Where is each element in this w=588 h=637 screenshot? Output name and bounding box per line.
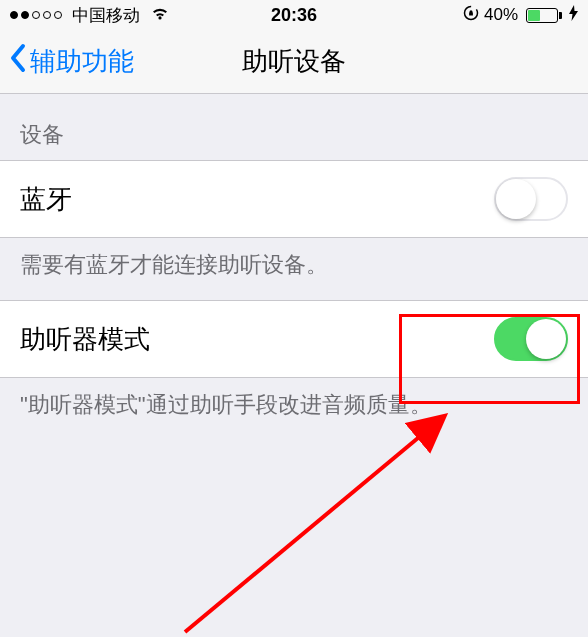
page-title: 助听设备 bbox=[242, 44, 346, 79]
back-button[interactable]: 辅助功能 bbox=[0, 43, 134, 80]
hearing-mode-label: 助听器模式 bbox=[20, 322, 150, 357]
status-left: 中国移动 bbox=[10, 4, 170, 27]
orientation-lock-icon bbox=[463, 5, 479, 26]
bluetooth-cell: 蓝牙 bbox=[0, 160, 588, 238]
bluetooth-toggle[interactable] bbox=[494, 177, 568, 221]
charging-icon bbox=[569, 5, 578, 26]
bluetooth-footer: 需要有蓝牙才能连接助听设备。 bbox=[0, 238, 588, 280]
hearing-mode-toggle[interactable] bbox=[494, 317, 568, 361]
hearing-mode-cell: 助听器模式 bbox=[0, 300, 588, 378]
carrier-label: 中国移动 bbox=[72, 4, 140, 27]
battery-icon bbox=[523, 8, 562, 23]
wifi-icon bbox=[150, 5, 170, 26]
hearing-mode-footer: "助听器模式"通过助听手段改进音频质量。 bbox=[0, 378, 588, 420]
back-label: 辅助功能 bbox=[30, 44, 134, 79]
status-time: 20:36 bbox=[271, 5, 317, 26]
section-header-devices: 设备 bbox=[0, 94, 588, 160]
svg-line-1 bbox=[185, 418, 442, 632]
signal-strength-icon bbox=[10, 11, 62, 19]
screen: 中国移动 20:36 40% 辅助功能 助听设备 bbox=[0, 0, 588, 637]
bluetooth-label: 蓝牙 bbox=[20, 182, 72, 217]
status-bar: 中国移动 20:36 40% bbox=[0, 0, 588, 30]
nav-bar: 辅助功能 助听设备 bbox=[0, 30, 588, 94]
status-right: 40% bbox=[463, 5, 578, 26]
chevron-left-icon bbox=[8, 43, 26, 80]
battery-percent: 40% bbox=[484, 5, 518, 25]
